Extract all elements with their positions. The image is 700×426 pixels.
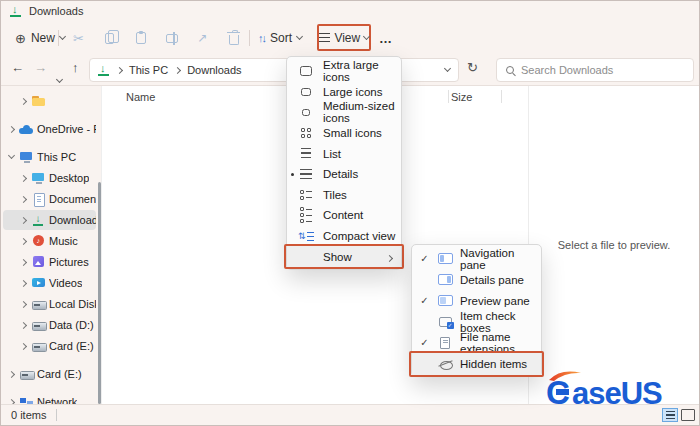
column-header-name[interactable]: Name xyxy=(126,91,155,103)
view-lines-icon xyxy=(319,33,330,42)
menu-item-label: Compact view xyxy=(323,230,395,242)
sidebar-item-documents[interactable]: Documents xyxy=(3,189,96,209)
share-button[interactable]: ↗ xyxy=(187,26,218,50)
view-menu-item-medium-sized-icons[interactable]: Medium-sized icons xyxy=(287,102,401,123)
breadcrumb-this-pc[interactable]: This PC xyxy=(129,64,168,76)
sort-button[interactable]: ↑↓ Sort xyxy=(254,25,306,51)
menu-item-label: Details pane xyxy=(460,274,524,286)
menu-item-label: Details xyxy=(323,168,358,180)
chevron-right-icon[interactable] xyxy=(17,344,29,349)
details-view-toggle[interactable] xyxy=(662,408,678,422)
breadcrumb[interactable]: This PC Downloads xyxy=(89,58,459,82)
see-more-button[interactable]: … xyxy=(375,25,396,51)
rename-button[interactable] xyxy=(156,26,187,50)
sidebar-item-label: Pictures xyxy=(49,256,89,268)
column-divider[interactable] xyxy=(448,90,449,103)
view-button[interactable]: View xyxy=(317,24,371,51)
view-menu-item-small-icons[interactable]: Small icons xyxy=(287,123,401,144)
sidebar-item-onedrive-persona[interactable]: OneDrive - Persona xyxy=(3,119,96,139)
up-button[interactable]: ↑ xyxy=(72,60,79,75)
sidebar-item-folder[interactable] xyxy=(3,91,96,111)
status-divider xyxy=(56,409,57,421)
address-dropdown-chevron[interactable] xyxy=(444,65,451,72)
toolbar-divider xyxy=(58,30,59,46)
menu-item-label: Preview pane xyxy=(460,295,530,307)
chevron-right-icon[interactable] xyxy=(17,260,29,265)
compact-view-icon: ⇅ xyxy=(298,232,314,241)
chevron-right-icon[interactable] xyxy=(17,239,29,244)
chevron-right-icon[interactable] xyxy=(17,218,29,223)
sidebar-item-card-e[interactable]: Card (E:) xyxy=(3,336,96,356)
search-input[interactable] xyxy=(521,64,684,76)
cut-button[interactable]: ✂ xyxy=(63,26,94,50)
disk-icon xyxy=(31,339,47,353)
recent-locations-button[interactable] xyxy=(57,68,62,86)
view-menu-item-details[interactable]: Details xyxy=(287,164,401,185)
view-menu-item-large-icons[interactable]: Large icons xyxy=(287,82,401,103)
scissors-icon: ✂ xyxy=(73,31,84,46)
file-explorer-window: Downloads ⊕ New ✂ ↗ ↑↓ Sort View xyxy=(0,0,700,426)
view-menu-item-content[interactable]: Content xyxy=(287,205,401,226)
chevron-right-icon[interactable] xyxy=(17,197,29,202)
chevron-right-icon[interactable] xyxy=(17,281,29,286)
sidebar-item-pictures[interactable]: Pictures xyxy=(3,252,96,272)
checkmark-icon: ✓ xyxy=(419,337,430,348)
view-menu-item-extra-large-icons[interactable]: Extra large icons xyxy=(287,61,401,82)
list-view-icon xyxy=(298,148,314,159)
selected-bullet-icon xyxy=(291,173,294,176)
refresh-button[interactable]: ↻ xyxy=(467,60,478,75)
show-submenu-item-details-pane[interactable]: Details pane xyxy=(412,269,541,290)
menu-item-label: Show xyxy=(323,251,352,263)
sidebar-item-desktop[interactable]: Desktop xyxy=(3,168,96,188)
back-button[interactable]: ← xyxy=(11,60,24,75)
forward-button[interactable]: → xyxy=(34,60,47,75)
item-check-boxes-icon xyxy=(437,317,453,327)
show-submenu-item-item-check-boxes[interactable]: Item check boxes xyxy=(412,311,541,332)
navigation-pane: OneDrive - PersonaThis PCDesktopDocument… xyxy=(1,86,101,404)
sidebar-scrollbar[interactable] xyxy=(98,182,101,404)
show-submenu-item-file-name-extensions[interactable]: ✓File name extensions xyxy=(412,332,541,353)
sidebar-item-music[interactable]: Music xyxy=(3,231,96,251)
svg-text:aseUS: aseUS xyxy=(572,376,662,409)
cloud-icon xyxy=(19,122,35,136)
chevron-right-icon[interactable] xyxy=(17,176,29,181)
paste-button[interactable] xyxy=(125,26,156,50)
column-divider[interactable] xyxy=(501,90,502,103)
sidebar-item-card-e[interactable]: Card (E:) xyxy=(3,364,96,384)
copy-button[interactable] xyxy=(94,26,125,50)
view-menu-item-compact-view[interactable]: ⇅Compact view xyxy=(287,226,401,247)
search-box[interactable] xyxy=(496,58,694,82)
chevron-right-icon[interactable] xyxy=(17,323,29,328)
sidebar-item-local-disk-c[interactable]: Local Disk (C:) xyxy=(3,294,96,314)
documents-icon xyxy=(31,192,47,206)
sidebar-item-label: Data (D:) xyxy=(49,319,94,331)
column-header-size[interactable]: Size xyxy=(451,91,472,103)
sort-button-label: Sort xyxy=(270,31,292,45)
view-menu-item-tiles[interactable]: Tiles xyxy=(287,185,401,206)
show-submenu-item-preview-pane[interactable]: ✓Preview pane xyxy=(412,290,541,311)
hidden-items-icon xyxy=(437,360,453,369)
window-title: Downloads xyxy=(29,5,83,17)
medium-icons-icon xyxy=(298,109,314,116)
details-pane-icon xyxy=(437,274,453,285)
file-name-extensions-icon xyxy=(437,337,453,349)
chevron-down-icon[interactable] xyxy=(5,156,17,158)
view-menu-item-show[interactable]: Show xyxy=(287,246,401,267)
chevron-right-icon[interactable] xyxy=(17,302,29,307)
sidebar-item-this-pc[interactable]: This PC xyxy=(3,147,96,167)
new-button[interactable]: ⊕ New xyxy=(11,25,69,51)
breadcrumb-downloads[interactable]: Downloads xyxy=(187,64,241,76)
show-submenu-item-navigation-pane[interactable]: ✓Navigation pane xyxy=(412,248,541,269)
sidebar-item-videos[interactable]: Videos xyxy=(3,273,96,293)
chevron-right-icon[interactable] xyxy=(5,127,17,132)
sidebar-item-label: Downloads xyxy=(49,214,96,226)
thumbnail-view-toggle[interactable] xyxy=(681,409,695,421)
delete-button[interactable] xyxy=(218,26,249,50)
sidebar-item-data-d[interactable]: Data (D:) xyxy=(3,315,96,335)
chevron-right-icon[interactable] xyxy=(17,99,29,104)
item-count: 0 items xyxy=(11,409,46,421)
view-menu-item-list[interactable]: List xyxy=(287,143,401,164)
show-submenu-item-hidden-items[interactable]: Hidden items xyxy=(412,353,541,374)
chevron-right-icon[interactable] xyxy=(5,372,17,377)
sidebar-item-downloads[interactable]: Downloads xyxy=(3,210,96,230)
